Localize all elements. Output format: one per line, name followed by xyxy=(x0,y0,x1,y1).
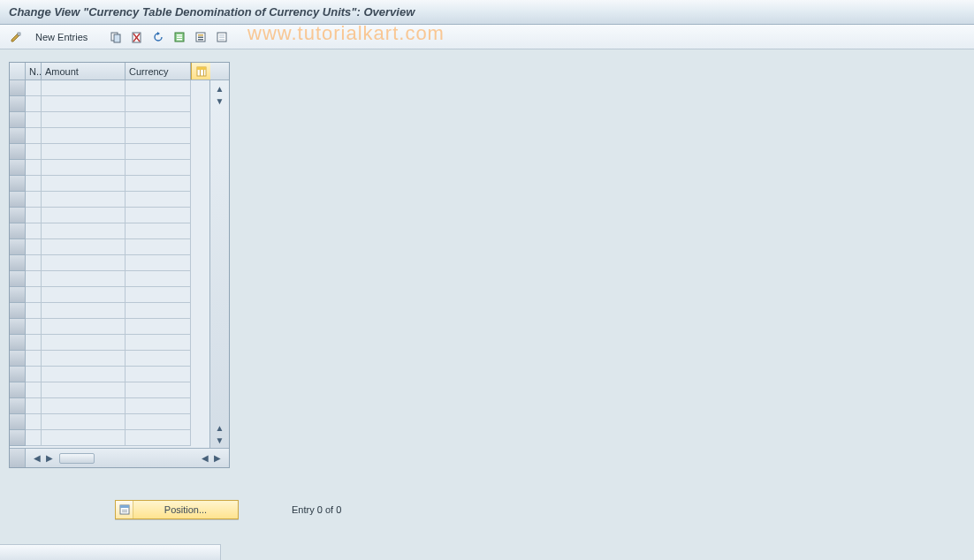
select-all-icon[interactable] xyxy=(171,28,188,46)
new-entries-button[interactable]: New Entries xyxy=(28,28,95,46)
cell-n[interactable] xyxy=(26,112,42,128)
row-selector[interactable] xyxy=(10,319,26,335)
cell-amount[interactable] xyxy=(42,335,126,351)
cell-currency[interactable] xyxy=(126,160,191,176)
row-selector[interactable] xyxy=(10,287,26,303)
cell-amount[interactable] xyxy=(42,367,126,382)
scroll-up-small-icon[interactable]: ▲ xyxy=(213,421,227,434)
row-selector[interactable] xyxy=(10,223,26,239)
cell-n[interactable] xyxy=(26,335,42,351)
cell-amount[interactable] xyxy=(42,239,126,255)
cell-currency[interactable] xyxy=(126,367,191,382)
cell-n[interactable] xyxy=(26,398,42,414)
cell-currency[interactable] xyxy=(126,351,191,367)
cell-n[interactable] xyxy=(26,367,42,382)
table-header-n[interactable]: N.. xyxy=(26,63,42,79)
hscroll-left2-icon[interactable]: ◀ xyxy=(199,452,211,465)
table-settings-icon[interactable] xyxy=(191,63,210,79)
select-block-icon[interactable] xyxy=(192,28,209,46)
cell-currency[interactable] xyxy=(126,80,191,96)
row-selector[interactable] xyxy=(10,335,26,351)
row-selector[interactable] xyxy=(10,303,26,319)
cell-currency[interactable] xyxy=(126,335,191,351)
cell-n[interactable] xyxy=(26,414,42,430)
cell-amount[interactable] xyxy=(42,223,126,239)
cell-currency[interactable] xyxy=(126,144,191,160)
row-selector[interactable] xyxy=(10,255,26,271)
cell-amount[interactable] xyxy=(42,80,126,96)
row-selector[interactable] xyxy=(10,398,26,414)
row-selector[interactable] xyxy=(10,96,26,112)
hscroll-thumb[interactable] xyxy=(59,453,95,464)
cell-amount[interactable] xyxy=(42,319,126,335)
cell-currency[interactable] xyxy=(126,319,191,335)
cell-currency[interactable] xyxy=(126,96,191,112)
cell-n[interactable] xyxy=(26,239,42,255)
cell-n[interactable] xyxy=(26,319,42,335)
cell-currency[interactable] xyxy=(126,414,191,430)
row-selector[interactable] xyxy=(10,144,26,160)
cell-amount[interactable] xyxy=(42,287,126,303)
cell-n[interactable] xyxy=(26,382,42,398)
cell-currency[interactable] xyxy=(126,208,191,223)
cell-amount[interactable] xyxy=(42,128,126,144)
row-selector[interactable] xyxy=(10,382,26,398)
row-selector[interactable] xyxy=(10,176,26,192)
cell-n[interactable] xyxy=(26,96,42,112)
cell-amount[interactable] xyxy=(42,271,126,287)
row-selector[interactable] xyxy=(10,430,26,446)
cell-currency[interactable] xyxy=(126,128,191,144)
scroll-down-icon[interactable]: ▼ xyxy=(213,434,227,446)
hscroll-left-icon[interactable]: ◀ xyxy=(31,452,43,465)
cell-currency[interactable] xyxy=(126,287,191,303)
cell-currency[interactable] xyxy=(126,255,191,271)
cell-amount[interactable] xyxy=(42,255,126,271)
row-selector[interactable] xyxy=(10,80,26,96)
cell-currency[interactable] xyxy=(126,303,191,319)
cell-n[interactable] xyxy=(26,208,42,223)
row-selector[interactable] xyxy=(10,239,26,255)
cell-n[interactable] xyxy=(26,176,42,192)
cell-amount[interactable] xyxy=(42,351,126,367)
cell-currency[interactable] xyxy=(126,112,191,128)
scroll-up-icon[interactable]: ▲ xyxy=(213,82,227,95)
copy-icon[interactable] xyxy=(107,28,125,46)
deselect-all-icon[interactable] xyxy=(213,28,231,46)
cell-n[interactable] xyxy=(26,287,42,303)
cell-n[interactable] xyxy=(26,128,42,144)
cell-currency[interactable] xyxy=(126,271,191,287)
cell-n[interactable] xyxy=(26,192,42,208)
row-selector[interactable] xyxy=(10,271,26,287)
delete-icon[interactable] xyxy=(128,28,146,46)
cell-n[interactable] xyxy=(26,144,42,160)
row-selector[interactable] xyxy=(10,192,26,208)
hscroll-right2-icon[interactable]: ▶ xyxy=(211,452,224,465)
hscroll-right-icon[interactable]: ▶ xyxy=(43,452,56,465)
cell-n[interactable] xyxy=(26,430,42,446)
cell-amount[interactable] xyxy=(42,303,126,319)
cell-currency[interactable] xyxy=(126,398,191,414)
row-selector[interactable] xyxy=(10,351,26,367)
cell-n[interactable] xyxy=(26,80,42,96)
cell-amount[interactable] xyxy=(42,96,126,112)
cell-amount[interactable] xyxy=(42,430,126,446)
cell-n[interactable] xyxy=(26,255,42,271)
cell-currency[interactable] xyxy=(126,223,191,239)
cell-currency[interactable] xyxy=(126,192,191,208)
cell-amount[interactable] xyxy=(42,160,126,176)
horizontal-scrollbar[interactable]: ◀ ▶ ◀ ▶ xyxy=(10,448,229,467)
cell-amount[interactable] xyxy=(42,414,126,430)
vertical-scrollbar[interactable]: ▲ ▼ ▲ ▼ xyxy=(209,80,229,448)
cell-currency[interactable] xyxy=(126,239,191,255)
cell-currency[interactable] xyxy=(126,176,191,192)
cell-n[interactable] xyxy=(26,303,42,319)
table-header-selector[interactable] xyxy=(10,63,26,79)
undo-icon[interactable] xyxy=(149,28,167,46)
row-selector[interactable] xyxy=(10,128,26,144)
cell-amount[interactable] xyxy=(42,144,126,160)
cell-amount[interactable] xyxy=(42,192,126,208)
cell-amount[interactable] xyxy=(42,208,126,223)
cell-amount[interactable] xyxy=(42,176,126,192)
row-selector[interactable] xyxy=(10,112,26,128)
cell-currency[interactable] xyxy=(126,382,191,398)
